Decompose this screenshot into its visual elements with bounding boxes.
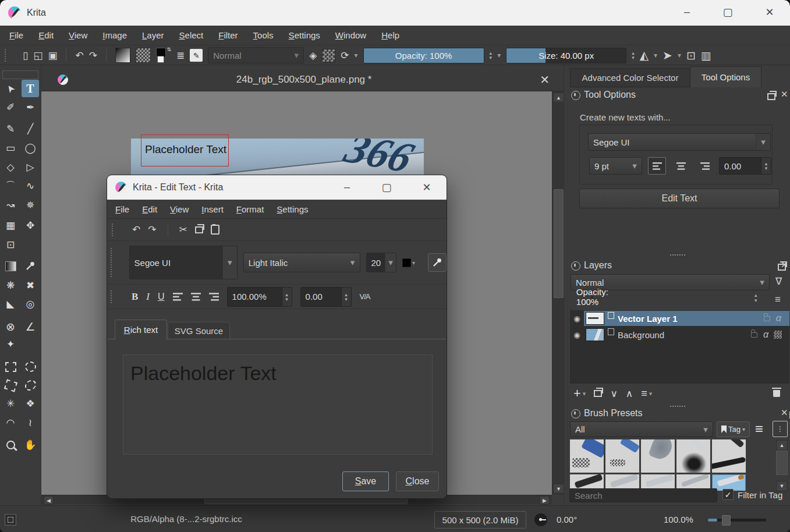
preset-view-mode-icon[interactable]: ≡	[755, 421, 763, 437]
colorize-mask-tool[interactable]: ❋	[2, 276, 19, 294]
close-docker-icon[interactable]: ✕	[781, 260, 788, 270]
layer-row-background[interactable]: ◉ Background α	[570, 327, 789, 342]
spin-down-icon[interactable]: ▾	[345, 297, 348, 302]
tab-rich-text[interactable]: Rich text	[115, 320, 167, 339]
dialog-title-bar[interactable]: Krita - Edit Text - Krita – ▢ ✕	[107, 175, 447, 200]
mirror-horizontal-icon[interactable]: ◭	[640, 49, 649, 61]
color-sampler-tool[interactable]	[22, 257, 39, 275]
filter-in-tag-checkbox[interactable]: ✓	[722, 489, 734, 500]
align-left-icon[interactable]	[173, 293, 183, 301]
menu-layer[interactable]: Layer	[142, 30, 164, 40]
elliptical-selection-tool[interactable]	[22, 358, 39, 375]
menu-view[interactable]: View	[69, 30, 87, 40]
edit-brush-settings-icon[interactable]: ✎	[190, 49, 203, 62]
bezier-curve-tool[interactable]: ⌒	[2, 177, 19, 194]
contiguous-selection-tool[interactable]: ❖	[22, 395, 39, 412]
brush-preset-eraser-small[interactable]	[605, 439, 639, 473]
layer-visibility-icon[interactable]: ◉	[570, 314, 584, 323]
canvas-vscrollbar[interactable]: ▲ ▼	[552, 91, 564, 495]
dialog-menu-view[interactable]: View	[170, 204, 189, 214]
kerning-toggle-icon[interactable]: V/A	[360, 292, 370, 301]
layer-options-icon[interactable]: ≡	[775, 294, 781, 306]
wrap-around-mode-icon[interactable]: ➤	[663, 49, 672, 61]
dialog-font-family-combo[interactable]: Segoe UI ▾	[129, 246, 238, 279]
undo-icon[interactable]: ↶	[132, 225, 140, 235]
document-tab-title[interactable]: 24b_rgb_500x500_plane.png *	[68, 74, 540, 86]
opacity-spin[interactable]: ▴ ▾	[490, 51, 493, 60]
brush-preset-eraser-large[interactable]	[570, 439, 604, 473]
add-layer-button[interactable]: +▾	[573, 386, 586, 401]
save-document-icon[interactable]: ▣	[48, 51, 57, 61]
dialog-menu-edit[interactable]: Edit	[142, 204, 157, 214]
smart-patch-tool[interactable]: ✖	[22, 276, 39, 294]
tab-tool-options[interactable]: Tool Options	[690, 66, 761, 87]
spin-down-icon[interactable]: ▾	[490, 55, 493, 60]
redo-icon[interactable]: ↷	[148, 225, 156, 235]
vscroll-thumb[interactable]	[554, 189, 564, 298]
fg-bg-colors[interactable]: ⇅	[156, 48, 171, 63]
docker-splitter-handle[interactable]	[670, 254, 685, 256]
dialog-font-size-combo[interactable]: 20 ▾	[366, 253, 396, 272]
enclose-fill-tool[interactable]: ◎	[22, 295, 39, 313]
menu-edit[interactable]: Edit	[38, 30, 54, 40]
fill-tool[interactable]: ◣	[2, 295, 19, 313]
gradient-tool[interactable]	[2, 257, 19, 275]
selection-display-icon[interactable]	[5, 514, 16, 526]
font-family-combo[interactable]: Segoe UI ▾	[588, 133, 771, 151]
size-spin[interactable]: ▴ ▾	[632, 51, 635, 60]
swap-colors-icon[interactable]: ⇅	[166, 47, 171, 52]
line-tool[interactable]: ╱	[22, 120, 39, 137]
trim-to-image-icon[interactable]: ⊡	[686, 50, 696, 61]
gradient-swatch[interactable]	[115, 48, 130, 63]
align-center-icon[interactable]	[191, 293, 201, 301]
zoom-tool[interactable]	[2, 436, 19, 453]
dialog-font-style-combo[interactable]: Light Italic ▾	[243, 253, 360, 272]
freehand-brush-tool[interactable]: ✎	[2, 120, 19, 137]
scroll-up-icon[interactable]: ▲	[776, 440, 788, 451]
brush-preset-airbrush[interactable]	[676, 439, 710, 473]
dialog-minimize-button[interactable]: –	[334, 181, 360, 193]
letter-spacing-spinbox[interactable]: 0.00 ▴▾	[300, 287, 352, 307]
underline-button[interactable]: U	[158, 292, 165, 302]
menu-help[interactable]: Help	[381, 30, 399, 40]
docker-splitter-handle[interactable]	[670, 406, 685, 407]
zoom-slider-track[interactable]	[708, 519, 766, 522]
freehand-path-tool[interactable]: ∿	[22, 177, 39, 194]
new-document-icon[interactable]: ▯	[23, 51, 28, 61]
layer-row-vector[interactable]: ◉ Vector Layer 1 α	[570, 311, 789, 326]
align-right-button[interactable]	[696, 157, 714, 175]
tab-svg-source[interactable]: SVG Source	[168, 322, 230, 339]
dialog-maximize-button[interactable]: ▢	[374, 181, 399, 194]
spin-down-icon[interactable]: ▾	[765, 166, 768, 171]
rich-text-editor[interactable]: Placeholder Text	[123, 354, 433, 455]
letter-spacing-spinbox[interactable]: 0.00 ▴▾	[719, 157, 771, 175]
font-size-combo[interactable]: 9 pt ▾	[589, 157, 642, 175]
float-docker-icon[interactable]	[767, 93, 775, 100]
delete-layer-button[interactable]	[773, 390, 780, 397]
docker-lock-icon[interactable]	[571, 91, 580, 100]
select-shapes-tool[interactable]: ➤	[2, 80, 19, 97]
layer-filter-funnel-icon[interactable]: ∇	[775, 275, 782, 288]
polyline-tool[interactable]: ▷	[22, 158, 39, 176]
measure-tool[interactable]: ∠	[22, 318, 39, 335]
toolbar-drag-handle[interactable]	[112, 224, 121, 236]
brush-preset-ink-pen[interactable]	[712, 439, 746, 473]
text-tool[interactable]: T	[22, 80, 39, 97]
move-tool[interactable]: ✥	[22, 217, 39, 234]
preset-filter-combo[interactable]: All ▾	[570, 421, 713, 437]
undo-icon[interactable]: ↶	[75, 51, 83, 61]
image-dimensions-button[interactable]: 500 x 500 (2.0 MiB)	[434, 511, 526, 529]
tag-button[interactable]: Tag ▾	[717, 421, 750, 437]
preset-detail-button[interactable]: ⋮	[773, 421, 788, 437]
background-color[interactable]	[157, 56, 164, 63]
duplicate-layer-button[interactable]	[594, 390, 602, 397]
redo-icon[interactable]: ↷	[89, 51, 97, 61]
text-color-button[interactable]: ▾	[402, 258, 415, 267]
blending-mode-combo[interactable]: Normal ▾	[208, 47, 304, 63]
sample-color-button[interactable]	[428, 253, 447, 272]
choose-workspace-icon[interactable]: ▥	[701, 50, 711, 61]
dynamic-brush-tool[interactable]: ↝	[2, 196, 19, 214]
multibrush-tool[interactable]: ✵	[22, 196, 39, 214]
layer-opacity-slider[interactable]: Opacity: 100%	[591, 291, 593, 302]
bezier-selection-tool[interactable]: ◠	[2, 414, 19, 431]
